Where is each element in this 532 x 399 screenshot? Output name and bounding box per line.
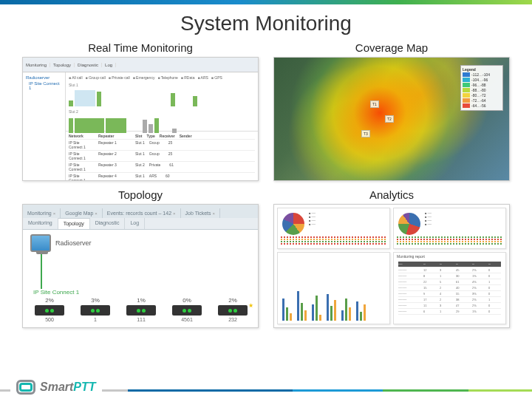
table-row[interactable]: ────94553%0 bbox=[398, 291, 501, 297]
map-marker[interactable]: T1 bbox=[370, 100, 379, 108]
close-icon[interactable]: × bbox=[95, 211, 98, 216]
slide-top-accent bbox=[0, 0, 532, 4]
report-table: ─────── ────123452%0 ────81301%0 ────225… bbox=[395, 254, 504, 316]
quadrant-grid: Real Time Monitoring Monitoring Topology… bbox=[0, 41, 532, 335]
repeater-load: 2% bbox=[215, 297, 250, 304]
coverage-legend: Legend -112…-104 -104…-96 -96…-88 -88…-8… bbox=[460, 65, 503, 111]
server-icon bbox=[30, 234, 51, 252]
table-row[interactable]: IP Site Connect 1Repeater 4Slot 1ARS60 bbox=[69, 173, 255, 181]
rtm-slot-label: Slot 2 bbox=[69, 109, 255, 114]
legend-item: ARS bbox=[197, 75, 208, 80]
cell-title-topology: Topology bbox=[22, 188, 259, 201]
legend-swatch bbox=[463, 78, 470, 82]
topology-sub-tabs: Monitoring Topology Diagnostic Log bbox=[23, 218, 258, 230]
table-row[interactable]: IP Site Connect 1Repeater 1Slot 1Group25 bbox=[69, 140, 255, 151]
repeater-id: 500 bbox=[32, 317, 67, 322]
page-title: System Monitoring bbox=[0, 12, 532, 35]
legend-range: -72…-64 bbox=[471, 98, 485, 103]
dot-rows bbox=[397, 236, 502, 247]
cell-analytics: Analytics ■ ──■ ──■ ──■ ── ■ ──■ ──■ ──■… bbox=[273, 188, 510, 328]
rtm-sidebar-item[interactable]: Radioserver bbox=[26, 75, 62, 80]
cell-realtime: Real Time Monitoring Monitoring Topology… bbox=[22, 41, 259, 181]
rtm-slot-label: Slot 1 bbox=[69, 83, 255, 87]
coverage-heatmap[interactable]: T1 T2 T3 Legend -112…-104 -104…-96 -96…-… bbox=[274, 58, 509, 180]
tab-monitoring[interactable]: Monitoring× bbox=[23, 208, 61, 218]
table-row[interactable]: IP Site Connect 1Repeater 3Slot 2Private… bbox=[69, 162, 255, 173]
analytics-report-table: Monitoring report ─────── ────123452%0 ─… bbox=[393, 252, 506, 324]
topology-main-tabs: Monitoring× Google Map× Events: records … bbox=[23, 205, 258, 218]
tab-job-tickets[interactable]: Job Tickets× bbox=[181, 208, 221, 218]
repeater-load: 2% bbox=[32, 297, 67, 304]
map-marker[interactable]: T2 bbox=[385, 115, 394, 123]
repeater-node[interactable]: 2% ★ 232 bbox=[215, 297, 250, 322]
close-icon[interactable]: × bbox=[53, 211, 56, 216]
report-title: Monitoring report bbox=[397, 254, 425, 259]
repeater-id: 111 bbox=[123, 317, 159, 322]
coverage-legend-title: Legend bbox=[463, 67, 501, 72]
brand-logo: SmartPTT bbox=[10, 380, 102, 395]
repeater-node[interactable]: 3% 1 bbox=[78, 297, 113, 322]
legend-swatch bbox=[463, 72, 470, 77]
tab-google-map[interactable]: Google Map× bbox=[61, 208, 103, 218]
rtm-legend: All call Group call Private call Emergen… bbox=[69, 75, 255, 80]
subtab-monitoring[interactable]: Monitoring bbox=[23, 218, 58, 229]
analytics-pie-2: ■ ──■ ──■ ──■ ── bbox=[393, 208, 506, 249]
tab-events[interactable]: Events: records count – 142× bbox=[103, 208, 181, 218]
logo-text: SmartPTT bbox=[40, 381, 96, 394]
legend-swatch bbox=[463, 103, 470, 108]
legend-range: -80…-72 bbox=[471, 93, 485, 98]
repeater-node[interactable]: 1% 111 bbox=[123, 297, 159, 322]
repeater-icon bbox=[126, 305, 156, 316]
dot-rows bbox=[281, 236, 386, 247]
slide-footer: SmartPTT bbox=[0, 368, 532, 399]
repeater-node[interactable]: 2% 500 bbox=[32, 297, 67, 322]
legend-range: -96…-88 bbox=[471, 83, 485, 87]
rtm-menu-item[interactable]: Log bbox=[102, 63, 116, 67]
cell-title-analytics: Analytics bbox=[273, 188, 510, 201]
table-row[interactable]: IP Site Connect 1Repeater 2Slot 1Group25 bbox=[69, 151, 255, 162]
table-row[interactable]: ────61291%0 bbox=[398, 309, 501, 315]
legend-range: -104…-96 bbox=[471, 78, 488, 82]
subtab-log[interactable]: Log bbox=[125, 218, 145, 229]
subtab-topology[interactable]: Topology bbox=[58, 218, 90, 229]
close-icon[interactable]: × bbox=[173, 211, 176, 216]
repeater-icon bbox=[81, 305, 110, 316]
table-row[interactable]: ────123452%0 bbox=[398, 267, 501, 273]
server-label: Radioserver bbox=[55, 239, 92, 247]
rtm-main: All call Group call Private call Emergen… bbox=[66, 72, 258, 180]
topology-canvas: Radioserver IP Site Connect 1 2% 500 3% … bbox=[23, 230, 258, 327]
table-row[interactable]: ────172382%1 bbox=[398, 297, 501, 303]
legend-swatch bbox=[463, 88, 470, 92]
panel-analytics: ■ ──■ ──■ ──■ ── ■ ──■ ──■ ──■ ── bbox=[273, 204, 510, 328]
repeater-load: 0% bbox=[169, 297, 205, 304]
map-marker[interactable]: T3 bbox=[361, 130, 370, 137]
table-row[interactable]: ────113472%0 bbox=[398, 303, 501, 309]
repeater-load: 3% bbox=[78, 297, 113, 304]
legend-range: -64…-56 bbox=[471, 103, 485, 108]
repeater-node[interactable]: 0% 4561 bbox=[169, 297, 205, 322]
rtm-sidebar-sub[interactable]: IP Site Connect 1 bbox=[29, 81, 62, 90]
legend-item: Telephone bbox=[157, 75, 177, 80]
table-row[interactable]: ────152402%0 bbox=[398, 285, 501, 291]
repeater-icon bbox=[172, 305, 202, 316]
rtm-chart: All call Group call Private call Emergen… bbox=[66, 72, 258, 132]
site-label: IP Site Connect 1 bbox=[33, 289, 250, 296]
legend-range: -112…-104 bbox=[471, 72, 490, 77]
legend-item: Emergency bbox=[133, 75, 155, 80]
pie-chart-icon bbox=[282, 213, 304, 235]
pie-chart-icon bbox=[398, 213, 420, 235]
bar-chart bbox=[282, 288, 366, 321]
table-row[interactable]: ────225614%1 bbox=[398, 279, 501, 285]
legend-item: Private call bbox=[109, 75, 130, 80]
cell-title-realtime: Real Time Monitoring bbox=[22, 41, 259, 54]
rtm-menu-item[interactable]: Topology bbox=[50, 63, 75, 67]
close-icon[interactable]: × bbox=[213, 211, 216, 216]
rtm-menu-item[interactable]: Monitoring bbox=[23, 63, 50, 67]
legend-range: -88…-80 bbox=[471, 88, 485, 92]
subtab-diagnostic[interactable]: Diagnostic bbox=[90, 218, 126, 229]
rtm-menu-item[interactable]: Diagnostic bbox=[75, 63, 102, 67]
rtm-table: NetworkRepeaterSlotTypeReceiverSender IP… bbox=[66, 132, 258, 181]
server-node[interactable]: Radioserver bbox=[30, 234, 250, 252]
table-row[interactable]: ────81301%0 bbox=[398, 273, 501, 279]
rtm-table-header: NetworkRepeaterSlotTypeReceiverSender bbox=[69, 133, 255, 140]
